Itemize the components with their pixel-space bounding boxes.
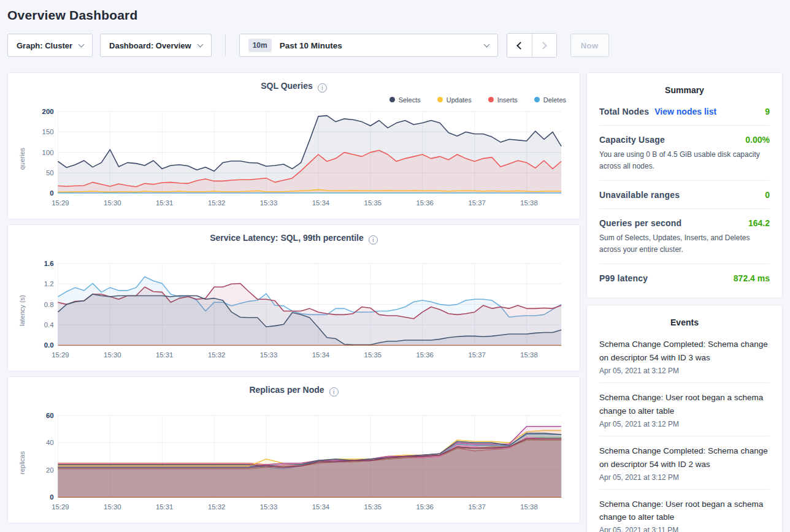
svg-text:100: 100 (42, 149, 54, 156)
summary-metric-value: 164.2 (748, 218, 770, 228)
time-range-selector[interactable]: 10m Past 10 Minutes (239, 34, 498, 57)
svg-text:15:36: 15:36 (416, 351, 433, 359)
svg-text:15:32: 15:32 (208, 199, 225, 207)
legend-dot-icon (534, 97, 540, 102)
legend-item-selects[interactable]: Selects (389, 96, 421, 104)
time-range-badge: 10m (248, 39, 272, 52)
svg-text:15:37: 15:37 (468, 351, 485, 359)
svg-text:0.4: 0.4 (44, 321, 54, 329)
event-timestamp: Apr 05, 2021 at 3:12 PM (599, 420, 770, 428)
events-panel: Events Schema Change Completed: Schema c… (586, 305, 783, 532)
legend-item-deletes[interactable]: Deletes (534, 96, 566, 104)
time-range-label: Past 10 Minutes (280, 41, 342, 50)
legend-dot-icon (488, 97, 494, 102)
event-item: Schema Change: User root began a schema … (599, 383, 770, 436)
legend-item-inserts[interactable]: Inserts (488, 96, 518, 104)
summary-row: Total NodesView nodes list9 (599, 97, 770, 126)
legend-item-updates[interactable]: Updates (437, 96, 472, 104)
svg-text:15:38: 15:38 (520, 199, 537, 207)
summary-metric-value: 0.00% (745, 135, 770, 145)
summary-metric-value: 0 (765, 190, 770, 200)
summary-metric-label: Unavailable ranges (599, 190, 680, 200)
legend-dot-icon (437, 97, 443, 102)
event-list: Schema Change Completed: Schema change o… (599, 330, 770, 532)
summary-metric-label: Total Nodes (599, 107, 649, 116)
toolbar-divider (225, 35, 226, 56)
dashboard-dropdown-label: Dashboard: Overview (109, 41, 191, 50)
chart-body: replicas 15:2915:3015:3115:3215:3315:341… (17, 409, 571, 516)
now-button[interactable]: Now (570, 34, 609, 57)
summary-metric-label: P99 latency (599, 273, 648, 283)
svg-text:15:33: 15:33 (260, 503, 277, 511)
graph-dropdown[interactable]: Graph: Cluster (7, 34, 93, 57)
svg-text:60: 60 (46, 412, 54, 419)
view-nodes-list-link[interactable]: View nodes list (654, 107, 716, 116)
event-text: Schema Change: User root began a schema … (599, 498, 770, 525)
time-nav-group (507, 33, 557, 58)
svg-text:15:30: 15:30 (104, 351, 121, 359)
chart-card-sql-queries: SQL Queriesi SelectsUpdatesInsertsDelete… (7, 72, 580, 219)
svg-text:1.6: 1.6 (44, 260, 54, 267)
event-timestamp: Apr 05, 2021 at 3:12 PM (599, 367, 770, 375)
overview-dashboard-page: Overview Dashboard Graph: Cluster Dashbo… (0, 0, 790, 532)
chevron-down-icon (197, 41, 203, 47)
summary-row: Unavailable ranges0 (599, 181, 770, 209)
sidebar: Summary Total NodesView nodes list9Capac… (586, 72, 783, 532)
svg-text:0.8: 0.8 (44, 301, 54, 308)
sql-queries-chart[interactable]: 15:2915:3015:3115:3215:3315:3415:3515:36… (28, 105, 571, 212)
chart-legend (17, 398, 571, 409)
svg-text:15:30: 15:30 (104, 199, 121, 207)
time-back-button[interactable] (507, 34, 532, 57)
time-forward-button[interactable] (532, 34, 556, 57)
svg-text:15:33: 15:33 (260, 199, 277, 207)
svg-text:15:34: 15:34 (312, 503, 329, 511)
svg-text:15:37: 15:37 (468, 199, 485, 207)
legend-dot-icon (389, 97, 395, 102)
content: SQL Queriesi SelectsUpdatesInsertsDelete… (7, 72, 783, 532)
svg-text:15:31: 15:31 (156, 199, 173, 207)
svg-text:200: 200 (42, 108, 54, 115)
summary-row: Queries per second164.2Sum of Selects, U… (599, 209, 770, 264)
summary-metric-value: 872.4 ms (734, 273, 770, 283)
event-text: Schema Change Completed: Schema change o… (599, 338, 770, 365)
summary-metric-value: 9 (765, 107, 770, 116)
y-axis-label: latency (s) (17, 265, 28, 357)
svg-text:15:34: 15:34 (312, 351, 329, 359)
summary-metric-description: Sum of Selects, Updates, Inserts, and De… (599, 232, 770, 255)
event-item: Schema Change Completed: Schema change o… (599, 330, 770, 383)
dashboard-dropdown[interactable]: Dashboard: Overview (100, 34, 212, 57)
svg-text:15:36: 15:36 (416, 199, 433, 207)
svg-text:15:36: 15:36 (416, 503, 433, 511)
svg-text:15:37: 15:37 (468, 503, 485, 511)
summary-row: Capacity Usage0.00%You are using 0 B of … (599, 126, 770, 181)
info-icon[interactable]: i (369, 235, 378, 245)
legend-label: Selects (399, 96, 421, 104)
legend-label: Inserts (497, 96, 518, 104)
svg-text:15:30: 15:30 (104, 503, 121, 511)
summary-metric-label: Capacity Usage (599, 135, 665, 145)
chart-title: Replicas per Nodei (17, 385, 571, 397)
event-text: Schema Change Completed: Schema change o… (599, 444, 770, 471)
replicas-per-node-chart[interactable]: 15:2915:3015:3115:3215:3315:3415:3515:36… (28, 409, 571, 516)
chart-legend (17, 246, 571, 257)
svg-text:15:35: 15:35 (364, 351, 382, 359)
svg-text:0.0: 0.0 (44, 341, 54, 349)
service-latency-chart[interactable]: 15:2915:3015:3115:3215:3315:3415:3515:36… (28, 257, 571, 364)
chart-body: queries 15:2915:3015:3115:3215:3315:3415… (17, 105, 571, 212)
y-axis-label: replicas (17, 417, 28, 509)
chart-title: Service Latency: SQL, 99th percentilei (17, 233, 571, 245)
svg-text:20: 20 (46, 466, 54, 474)
info-icon[interactable]: i (318, 83, 327, 93)
svg-text:150: 150 (42, 128, 54, 135)
info-icon[interactable]: i (329, 387, 339, 397)
chevron-down-icon (79, 41, 85, 47)
summary-metric-description: You are using 0 B of 4.5 GiB usable disk… (599, 149, 770, 172)
charts-column: SQL Queriesi SelectsUpdatesInsertsDelete… (7, 72, 580, 523)
chevron-down-icon (483, 41, 489, 47)
svg-text:15:33: 15:33 (260, 351, 277, 359)
svg-text:15:29: 15:29 (52, 351, 69, 359)
y-axis-label: queries (17, 113, 28, 205)
svg-text:40: 40 (46, 439, 54, 446)
chart-title: SQL Queriesi (17, 81, 571, 93)
event-item: Schema Change: User root began a schema … (599, 490, 770, 532)
